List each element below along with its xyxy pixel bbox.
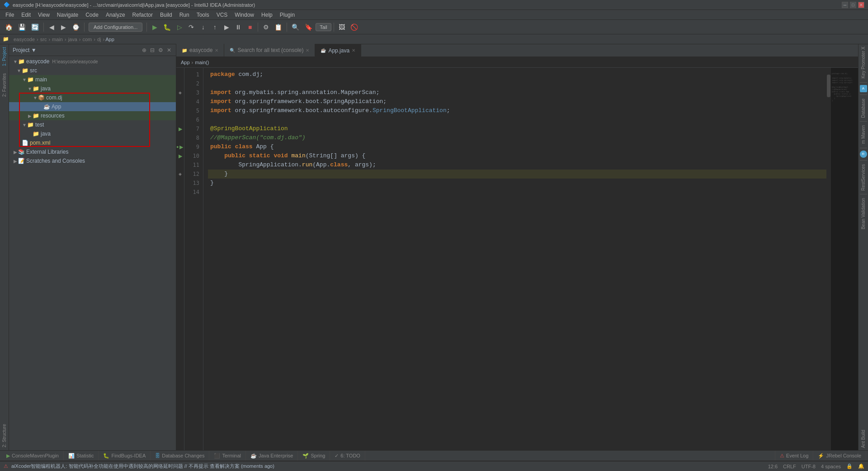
menu-file[interactable]: File [2, 10, 18, 19]
tab-search-close[interactable]: ✕ [306, 48, 309, 53]
menu-build[interactable]: Build [156, 10, 176, 19]
toolbar-stop[interactable]: ■ [245, 21, 255, 33]
menu-vcs[interactable]: VCS [213, 10, 231, 19]
project-close-btn[interactable]: ✕ [166, 46, 172, 54]
tab-search[interactable]: 🔍 Search for all text (console) ✕ [224, 44, 315, 57]
right-tab-restservices[interactable]: RestServices [859, 162, 867, 193]
bottom-tab-consolemaven[interactable]: ▶ ConsoleMavenPlugin [2, 450, 64, 461]
toolbar-run3[interactable]: ▶ [221, 21, 232, 33]
bottom-tab-eventlog[interactable]: ⚠ Event Log [775, 450, 814, 461]
toolbar-step-out[interactable]: ↑ [209, 21, 220, 33]
nav-com[interactable]: com [81, 37, 93, 42]
tab-easycode-close[interactable]: ✕ [215, 48, 218, 53]
menu-code[interactable]: Code [82, 10, 102, 19]
run-icon-7[interactable]: ▶ [179, 126, 182, 132]
tab-favorites[interactable]: 2: Favorites [0, 71, 8, 99]
nav-main[interactable]: main [51, 37, 64, 42]
editor-scrollbar[interactable] [826, 68, 831, 450]
tree-easycode[interactable]: ▼ 📁 easycode H:\easycode\easycode [9, 57, 176, 66]
right-tab-database[interactable]: Database [859, 96, 867, 120]
toolbar-run2[interactable]: ▷ [174, 21, 185, 33]
menu-refactor[interactable]: Refactor [129, 10, 156, 19]
tab-easycode[interactable]: 📁 easycode ✕ [176, 44, 224, 57]
bottom-tab-spring[interactable]: 🌱 Spring [298, 450, 330, 461]
toolbar-stop2[interactable]: 🚫 [348, 21, 360, 33]
bottom-tab-terminal[interactable]: ⬛ Terminal [209, 450, 246, 461]
toolbar-forward[interactable]: ▶ [58, 21, 69, 33]
nav-dj[interactable]: dj [96, 37, 102, 42]
toolbar-run[interactable]: ▶ [149, 21, 160, 33]
menu-help[interactable]: Help [258, 10, 276, 19]
status-indent[interactable]: 4 spaces [821, 464, 841, 469]
toolbar-recent[interactable]: ⌚ [70, 21, 82, 33]
nav-app[interactable]: App [105, 37, 114, 42]
menu-navigate[interactable]: Navigate [53, 10, 82, 19]
project-collapse-btn[interactable]: ⊟ [149, 46, 156, 54]
tree-scratches[interactable]: ▶ 📝 Scratches and Consoles [9, 156, 176, 165]
tab-project[interactable]: 1: Project [0, 44, 8, 69]
nav-java[interactable]: java [67, 37, 78, 42]
menu-plugin[interactable]: Plugin [276, 10, 298, 19]
toolbar-back[interactable]: ◀ [46, 21, 57, 33]
toolbar-bookmark[interactable]: 🔖 [302, 21, 315, 33]
status-charset[interactable]: UTF-8 [802, 464, 816, 469]
scroll-thumb[interactable] [827, 75, 830, 97]
tree-java[interactable]: ▼ 📁 java [9, 84, 176, 93]
menu-tools[interactable]: Tools [193, 10, 213, 19]
right-tab-antbuild[interactable]: Ant Build [859, 428, 867, 450]
aixcoder-icon[interactable]: A [860, 85, 867, 92]
toolbar-save[interactable]: 💾 [16, 21, 28, 33]
menu-run[interactable]: Run [176, 10, 193, 19]
tab-structure[interactable]: 2: Structure [0, 421, 8, 450]
bottom-tab-dbchanges[interactable]: 🗄 Database Changes [151, 450, 209, 461]
toolbar-pause[interactable]: ⏸ [233, 21, 244, 33]
toolbar-debug[interactable]: 🐛 [161, 21, 173, 33]
run-icon-9b[interactable]: ▶ [179, 144, 183, 150]
menu-view[interactable]: View [34, 10, 53, 19]
nav-src[interactable]: src [39, 37, 48, 42]
toolbar-project-icon[interactable]: 🏠 [3, 21, 15, 33]
bottom-tab-findbugs[interactable]: 🐛 FindBugs-IDEA [99, 450, 151, 461]
bottom-tab-todo[interactable]: ✓ 6: TODO [330, 450, 365, 461]
right-tab-keypromoter[interactable]: Key Promoter X [859, 44, 867, 81]
tail-button[interactable]: Tail [316, 23, 331, 31]
toolbar-settings[interactable]: ⚙ [260, 21, 271, 33]
bottom-tab-jrebel[interactable]: ⚡ JRebel Console [813, 450, 866, 461]
tree-comdj[interactable]: ▼ 📦 com.dj [9, 93, 176, 102]
menu-edit[interactable]: Edit [18, 10, 34, 19]
right-tab-beanvalidation[interactable]: Bean Validation [859, 196, 867, 231]
tree-src[interactable]: ▼ 📁 src [9, 66, 176, 75]
toolbar-tasks[interactable]: 📋 [272, 21, 284, 33]
toolbar-step-into[interactable]: ↓ [198, 21, 208, 33]
toolbar-step-over[interactable]: ↷ [186, 21, 197, 33]
right-tab-maven[interactable]: m Maven [859, 123, 867, 146]
tree-app[interactable]: ☕ App [9, 102, 176, 111]
toolbar-image[interactable]: 🖼 [336, 21, 347, 33]
tree-main[interactable]: ▼ 📁 main [9, 75, 176, 84]
bottom-tab-javaenterprise[interactable]: ☕ Java Enterprise [246, 450, 298, 461]
bottom-tab-statistic[interactable]: 📊 Statistic [64, 450, 99, 461]
maximize-button[interactable]: □ [850, 2, 856, 8]
menu-window[interactable]: Window [231, 10, 258, 19]
tree-test[interactable]: ▼ 📁 test [9, 120, 176, 129]
menu-analyze[interactable]: Analyze [102, 10, 129, 19]
nav-easycode[interactable]: easycode [13, 37, 36, 42]
tree-pom[interactable]: 📄 pom.xml [9, 138, 176, 147]
tree-external-libs[interactable]: ▶ 📚 External Libraries [9, 147, 176, 156]
add-configuration-button[interactable]: Add Configuration... [89, 23, 142, 32]
code-content[interactable]: package com.dj; import org.mybatis.sprin… [203, 68, 826, 450]
run-icon-10[interactable]: ▶ [179, 153, 182, 159]
tab-app-java[interactable]: ☕ App.java ✕ [315, 44, 361, 57]
close-button[interactable]: ✕ [858, 2, 864, 8]
status-crlf[interactable]: CRLF [783, 464, 796, 469]
run-icon-9a[interactable]: ● [176, 145, 179, 149]
tree-test-java[interactable]: 📁 java [9, 129, 176, 138]
restservices-icon[interactable]: R [860, 151, 867, 158]
tree-resources[interactable]: ▶ 📁 resources [9, 111, 176, 120]
gutter-7[interactable]: ▶ [176, 124, 184, 133]
toolbar-sync[interactable]: 🔄 [29, 21, 41, 33]
project-add-btn[interactable]: ⊕ [141, 46, 147, 54]
toolbar-search[interactable]: 🔍 [289, 21, 302, 33]
minimize-button[interactable]: ─ [842, 2, 848, 8]
tab-appjava-close[interactable]: ✕ [352, 48, 355, 53]
